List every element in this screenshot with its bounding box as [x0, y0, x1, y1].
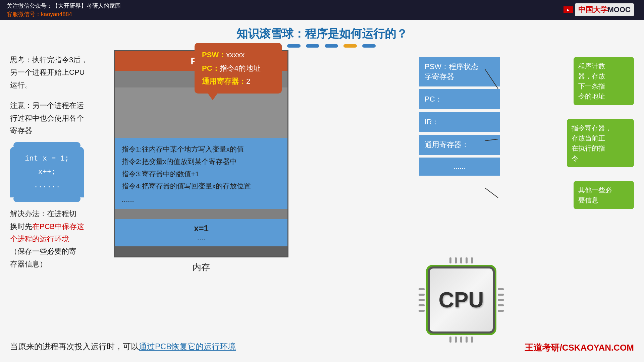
mem-gray3 — [115, 209, 287, 219]
reg-dots-text: ...... — [453, 162, 466, 171]
reg-ir-text: IR： — [425, 117, 439, 127]
pin-t4 — [466, 257, 468, 263]
pin-b3 — [460, 337, 462, 343]
top-bar-text: 关注微信公众号：【大开研界】考研人的家园 客服微信号：kaoyan4884 — [7, 2, 121, 19]
watermark: 王道考研/CSKAOYAN.COM — [525, 342, 634, 354]
progress-dots — [0, 44, 644, 48]
dot-2 — [287, 44, 301, 48]
reg-general-text: 通用寄存器： — [425, 140, 469, 150]
pin-l4 — [419, 304, 425, 306]
dot-4 — [325, 44, 338, 48]
weixin-line2: 客服微信号：kaoyan4884 — [7, 10, 121, 19]
mem-data: x=1 .... — [115, 219, 287, 246]
reg-ir: IR： — [419, 112, 500, 132]
data-dots: .... — [197, 234, 205, 242]
callout-line-1: PSW：xxxxx — [202, 48, 274, 62]
cpu-label: CPU — [438, 288, 484, 312]
mem-instructions: 指令1:往内存中某个地方写入变量x的值 指令2:把变量x的值放到某个寄存器中 指… — [115, 138, 287, 209]
instr-1: 指令1:往内存中某个地方写入变量x的值 — [122, 143, 281, 156]
reg-psw: PSW：程序状态字寄存器 — [419, 57, 500, 86]
pin-t3 — [460, 257, 462, 263]
code-line-3: ...... — [17, 179, 77, 192]
pin-b2 — [455, 337, 457, 343]
reg-dots: ...... — [419, 158, 500, 176]
cpu-chip-inner: CPU — [428, 266, 495, 334]
annotation-pc: 程序计数器，存放下一条指令的地址 — [574, 57, 634, 105]
code-line-1: int x = 1; — [17, 152, 77, 166]
instr-3: 指令3:寄存器中的数值+1 — [122, 168, 281, 180]
solution-text: 解决办法：在进程切换时先在PCB中保存这个进程的运行环境（保存一些必要的寄存器信… — [10, 207, 104, 270]
instr-4: 指令4:把寄存器的值写回变量x的存放位置 — [122, 180, 281, 192]
dot-3 — [306, 44, 319, 48]
bottom-text: 当原来的进程再次投入运行时，可以通过PCB恢复它的运行环境 — [10, 341, 236, 352]
pin-l3 — [419, 299, 425, 301]
callout-line-2: PC：指令4的地址 — [202, 62, 274, 75]
data-value: x=1 — [194, 223, 209, 234]
bottom-prefix: 当原来的进程再次投入运行时，可以 — [10, 342, 139, 351]
pin-t1 — [449, 257, 451, 263]
cpu-pins-right — [498, 288, 504, 312]
cpu-chip-container: CPU — [426, 265, 496, 335]
dot-5 — [343, 44, 357, 48]
code-scroll: int x = 1; x++; ...... — [10, 147, 84, 197]
reg-general: 通用寄存器： — [419, 135, 500, 155]
svg-line-3 — [485, 188, 498, 198]
code-line-2: x++; — [17, 166, 77, 179]
reg-pc: PC： — [419, 89, 500, 109]
mooc-logo: 中国大学MOOC — [564, 3, 634, 16]
mem-gray2 — [115, 87, 287, 138]
weixin-line1: 关注微信公众号：【大开研界】考研人的家园 — [7, 2, 121, 10]
memory-label: 内存 — [114, 261, 288, 273]
left-panel: 思考：执行完指令3后，另一个进程开始上CPU运行。 注意：另一个进程在运行过程中… — [10, 54, 104, 270]
main-content: 知识滚雪球：程序是如何运行的？ 思考：执行完指令3后，另一个进程开始上CPU运行… — [0, 20, 644, 362]
pin-l2 — [419, 294, 425, 296]
cpu-pins-left — [419, 288, 425, 312]
page-title: 知识滚雪球：程序是如何运行的？ — [0, 20, 644, 44]
note-text: 注意：另一个进程在运行过程中也会使用各个寄存器 — [10, 99, 104, 137]
reg-pc-text: PC： — [425, 94, 442, 104]
pin-r4 — [498, 304, 504, 306]
callout-bubble: PSW：xxxxx PC：指令4的地址 通用寄存器：2 — [195, 43, 282, 94]
reg-psw-text: PSW：程序状态字寄存器 — [425, 62, 478, 82]
solution-red: 在PCB中保存这个进程的运行环境 — [10, 222, 84, 243]
cpu-pins-top — [449, 257, 473, 263]
cpu-registers-panel: PSW：程序状态字寄存器 PC： IR： 通用寄存器： ...... — [419, 57, 500, 178]
annotation-ir: 指令寄存器，存放当前正在执行的指令 — [567, 119, 634, 167]
pin-r2 — [498, 294, 504, 296]
pin-r5 — [498, 310, 504, 312]
mooc-logo-text: 中国大学MOOC — [575, 3, 634, 16]
mem-gray4 — [115, 246, 287, 256]
annotation-other: 其他一些必要信息 — [574, 181, 634, 209]
flag-icon — [564, 6, 573, 13]
pin-b4 — [466, 337, 468, 343]
dot-6 — [362, 44, 376, 48]
instr-dots: ...... — [122, 195, 281, 204]
pin-b5 — [471, 337, 473, 343]
cpu-chip-outer: CPU — [426, 265, 496, 335]
pin-t5 — [471, 257, 473, 263]
cpu-pins-bottom — [449, 337, 473, 343]
callout-line-3: 通用寄存器：2 — [202, 75, 274, 88]
instr-2: 指令2:把变量x的值放到某个寄存器中 — [122, 156, 281, 168]
bottom-link: 通过PCB恢复它的运行环境 — [139, 342, 236, 351]
pin-r1 — [498, 288, 504, 290]
pin-b1 — [449, 337, 451, 343]
think-text: 思考：执行完指令3后，另一个进程开始上CPU运行。 — [10, 54, 104, 91]
pin-r3 — [498, 299, 504, 301]
pin-l1 — [419, 288, 425, 290]
pin-l5 — [419, 310, 425, 312]
pin-t2 — [455, 257, 457, 263]
top-bar: 关注微信公众号：【大开研界】考研人的家园 客服微信号：kaoyan4884 中国… — [0, 0, 644, 20]
